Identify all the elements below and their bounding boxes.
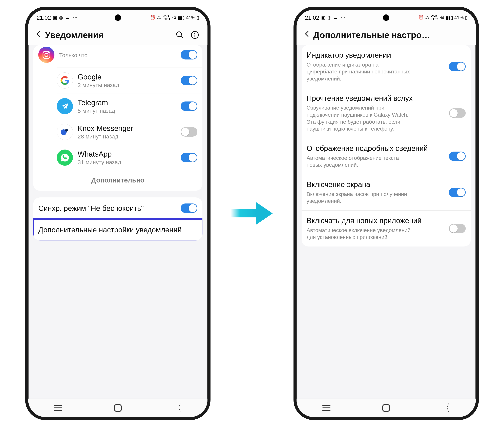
telegram-icon — [57, 98, 73, 114]
network-4g: 4G — [440, 16, 445, 19]
app-row-google[interactable]: Google2 минуты назад — [57, 68, 202, 93]
setting-toggle[interactable] — [449, 152, 466, 161]
setting-toggle[interactable] — [449, 188, 466, 197]
info-icon[interactable] — [191, 31, 199, 39]
app-timestamp: 28 минут назад — [78, 133, 176, 140]
content-area: Только чтоGoogle2 минуты назадTelegram5 … — [28, 45, 207, 397]
app-row-whatsapp[interactable]: WhatsApp31 минуту назад — [57, 145, 202, 170]
more-status-icon — [73, 17, 77, 18]
setting-description: Автоматическое включение уведомлений для… — [306, 227, 411, 241]
setting-description: Включение экрана часов при получении уве… — [306, 191, 411, 205]
battery-icon: ▯ — [465, 16, 467, 20]
app-name: Knox Messenger — [78, 124, 176, 133]
cloud-icon: ☁ — [333, 16, 338, 20]
setting-title: Включение экрана — [306, 180, 444, 189]
google-icon — [57, 72, 73, 89]
setting-toggle[interactable] — [449, 62, 466, 71]
expand-button[interactable]: Дополнительно — [33, 170, 202, 191]
app-row-telegram[interactable]: Telegram5 минут назад — [57, 93, 202, 119]
signal-icon: ▮▮▯ — [178, 16, 185, 20]
phone-left: 21:02 ▣ ◎ ☁ ⏰ ⁂ VoBLTE1 4G ▮▮▯ 41% ▯ Уве… — [25, 7, 210, 420]
home-button[interactable] — [113, 403, 123, 413]
home-button[interactable] — [381, 403, 391, 413]
image-icon: ▣ — [53, 16, 57, 20]
camera-icon: ◎ — [59, 16, 63, 20]
nav-back-button[interactable]: 〈 — [172, 403, 183, 413]
settings-card: Индикатор уведомленийОтображение индикат… — [302, 45, 471, 246]
app-toggle[interactable] — [180, 76, 198, 85]
more-status-icon — [341, 17, 345, 18]
transition-arrow-icon — [231, 205, 273, 222]
app-row-knox[interactable]: Knox Messenger28 минут назад — [57, 119, 202, 145]
image-icon: ▣ — [321, 16, 325, 20]
svg-point-6 — [45, 53, 48, 56]
app-name: Telegram — [78, 99, 176, 107]
setting-title: Включать для новых приложений — [306, 216, 444, 225]
setting-row-1[interactable]: Прочтение уведомлений вслухОзвучивание у… — [302, 88, 471, 138]
battery-text: 41% — [186, 15, 195, 20]
instagram-icon — [38, 47, 54, 63]
sync-dnd-row[interactable]: Синхр. режим "Не беспокоить" — [33, 198, 202, 219]
battery-text: 41% — [454, 15, 464, 20]
content-area: Индикатор уведомленийОтображение индикат… — [297, 45, 476, 397]
svg-rect-5 — [43, 51, 50, 58]
clock: 21:02 — [305, 14, 319, 21]
setting-title: Отображение подробных сведений — [306, 144, 444, 153]
header: Дополнительные настро… — [297, 23, 476, 45]
back-button[interactable] — [303, 30, 313, 40]
svg-point-3 — [194, 33, 195, 34]
network-4g: 4G — [172, 16, 176, 19]
alarm-icon: ⏰ — [418, 16, 424, 20]
search-icon[interactable] — [176, 31, 184, 39]
svg-point-9 — [65, 129, 68, 132]
nav-bar: 〈 — [297, 399, 476, 417]
bluetooth-icon: ⁂ — [425, 16, 429, 20]
setting-row-0[interactable]: Индикатор уведомленийОтображение индикат… — [302, 45, 471, 88]
app-toggle[interactable] — [180, 101, 198, 111]
more-card: Синхр. режим "Не беспокоить" Дополнитель… — [33, 198, 202, 241]
knox-icon — [57, 124, 73, 140]
cloud-icon: ☁ — [65, 16, 69, 20]
recent-apps-button[interactable] — [53, 403, 63, 413]
page-title: Дополнительные настро… — [313, 30, 467, 40]
app-timestamp: 2 минуты назад — [78, 82, 176, 88]
setting-description: Озвучивание уведомлений при подключении … — [306, 104, 411, 132]
setting-title: Прочтение уведомлений вслух — [306, 94, 444, 103]
advanced-settings-label: Дополнительные настройки уведомлений — [38, 225, 198, 234]
svg-rect-4 — [195, 35, 195, 37]
camera-notch — [383, 14, 389, 21]
app-row-instagram[interactable]: Только что — [33, 45, 202, 68]
app-toggle[interactable] — [180, 50, 198, 60]
svg-point-7 — [48, 52, 49, 53]
svg-line-1 — [181, 36, 183, 38]
alarm-icon: ⏰ — [150, 16, 155, 20]
header: Уведомления — [28, 23, 207, 45]
whatsapp-icon — [57, 150, 73, 166]
volte-indicator: VoBLTE1 — [162, 15, 170, 21]
back-button[interactable] — [35, 30, 45, 40]
app-timestamp: 5 минут назад — [78, 108, 176, 114]
apps-card: Только чтоGoogle2 минуты назадTelegram5 … — [33, 45, 202, 191]
battery-icon: ▯ — [197, 16, 199, 20]
nav-back-button[interactable]: 〈 — [441, 403, 451, 413]
setting-toggle[interactable] — [449, 108, 466, 118]
app-toggle[interactable] — [180, 127, 198, 137]
nav-bar: 〈 — [28, 399, 207, 417]
setting-title: Индикатор уведомлений — [306, 51, 444, 60]
setting-toggle[interactable] — [449, 224, 466, 233]
advanced-settings-row[interactable]: Дополнительные настройки уведомлений — [33, 219, 202, 241]
bluetooth-icon: ⁂ — [157, 16, 161, 20]
app-name: WhatsApp — [78, 150, 176, 158]
camera-notch — [115, 14, 121, 21]
phone-right: 21:02 ▣ ◎ ☁ ⏰ ⁂ VoBLTE1 4G ▮▮▯ 41% ▯ Доп… — [294, 7, 479, 420]
setting-row-3[interactable]: Включение экранаВключение экрана часов п… — [302, 174, 471, 210]
camera-icon: ◎ — [327, 16, 331, 20]
setting-description: Автоматическое отображение текста новых … — [306, 155, 411, 169]
app-toggle[interactable] — [180, 153, 198, 162]
recent-apps-button[interactable] — [321, 403, 332, 413]
sync-dnd-toggle[interactable] — [180, 204, 198, 213]
setting-row-4[interactable]: Включать для новых приложенийАвтоматичес… — [302, 210, 471, 246]
setting-row-2[interactable]: Отображение подробных сведенийАвтоматиче… — [302, 138, 471, 174]
app-name: Google — [78, 73, 176, 81]
page-title: Уведомления — [45, 30, 176, 40]
